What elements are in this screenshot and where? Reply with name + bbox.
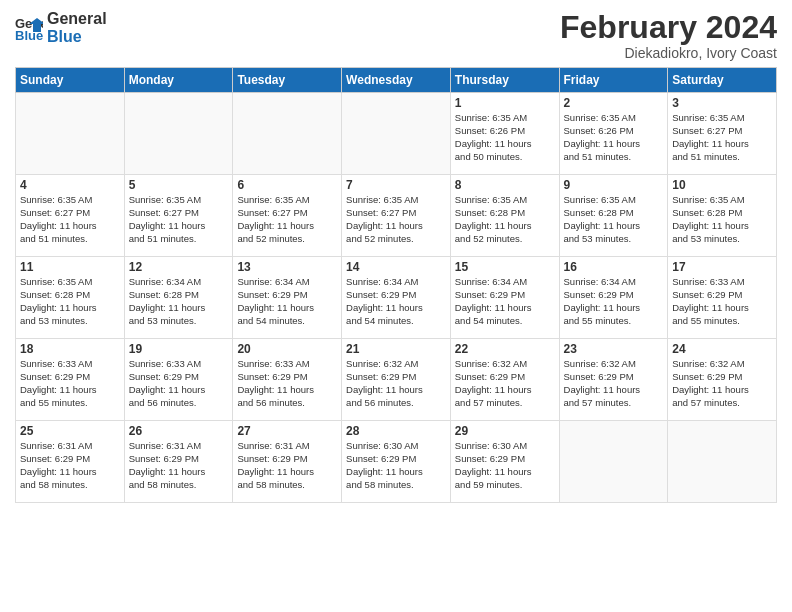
- calendar-day-cell: 16Sunrise: 6:34 AMSunset: 6:29 PMDayligh…: [559, 257, 668, 339]
- weekday-header: Thursday: [450, 68, 559, 93]
- day-number: 29: [455, 424, 555, 438]
- day-info: Sunrise: 6:33 AMSunset: 6:29 PMDaylight:…: [20, 358, 120, 409]
- day-number: 21: [346, 342, 446, 356]
- day-number: 28: [346, 424, 446, 438]
- calendar-day-cell: 24Sunrise: 6:32 AMSunset: 6:29 PMDayligh…: [668, 339, 777, 421]
- day-info: Sunrise: 6:32 AMSunset: 6:29 PMDaylight:…: [672, 358, 772, 409]
- title-area: February 2024 Diekadiokro, Ivory Coast: [560, 10, 777, 61]
- calendar-day-cell: 2Sunrise: 6:35 AMSunset: 6:26 PMDaylight…: [559, 93, 668, 175]
- day-number: 10: [672, 178, 772, 192]
- calendar-day-cell: 19Sunrise: 6:33 AMSunset: 6:29 PMDayligh…: [124, 339, 233, 421]
- day-number: 23: [564, 342, 664, 356]
- day-info: Sunrise: 6:35 AMSunset: 6:27 PMDaylight:…: [20, 194, 120, 245]
- calendar-week-row: 18Sunrise: 6:33 AMSunset: 6:29 PMDayligh…: [16, 339, 777, 421]
- day-info: Sunrise: 6:35 AMSunset: 6:27 PMDaylight:…: [237, 194, 337, 245]
- header: General Blue General Blue February 2024 …: [15, 10, 777, 61]
- location: Diekadiokro, Ivory Coast: [560, 45, 777, 61]
- calendar-day-cell: [668, 421, 777, 503]
- main-container: General Blue General Blue February 2024 …: [0, 0, 792, 612]
- calendar-day-cell: 23Sunrise: 6:32 AMSunset: 6:29 PMDayligh…: [559, 339, 668, 421]
- calendar-day-cell: 4Sunrise: 6:35 AMSunset: 6:27 PMDaylight…: [16, 175, 125, 257]
- day-number: 11: [20, 260, 120, 274]
- day-number: 18: [20, 342, 120, 356]
- calendar-day-cell: 17Sunrise: 6:33 AMSunset: 6:29 PMDayligh…: [668, 257, 777, 339]
- day-number: 5: [129, 178, 229, 192]
- calendar-day-cell: 6Sunrise: 6:35 AMSunset: 6:27 PMDaylight…: [233, 175, 342, 257]
- weekday-header: Tuesday: [233, 68, 342, 93]
- calendar-day-cell: [342, 93, 451, 175]
- calendar-day-cell: 9Sunrise: 6:35 AMSunset: 6:28 PMDaylight…: [559, 175, 668, 257]
- day-info: Sunrise: 6:32 AMSunset: 6:29 PMDaylight:…: [346, 358, 446, 409]
- logo: General Blue General Blue: [15, 10, 107, 45]
- calendar-day-cell: 3Sunrise: 6:35 AMSunset: 6:27 PMDaylight…: [668, 93, 777, 175]
- day-number: 19: [129, 342, 229, 356]
- month-title: February 2024: [560, 10, 777, 45]
- day-info: Sunrise: 6:35 AMSunset: 6:28 PMDaylight:…: [564, 194, 664, 245]
- day-number: 17: [672, 260, 772, 274]
- calendar-day-cell: 29Sunrise: 6:30 AMSunset: 6:29 PMDayligh…: [450, 421, 559, 503]
- day-number: 20: [237, 342, 337, 356]
- weekday-header: Sunday: [16, 68, 125, 93]
- calendar-day-cell: 27Sunrise: 6:31 AMSunset: 6:29 PMDayligh…: [233, 421, 342, 503]
- calendar-day-cell: 26Sunrise: 6:31 AMSunset: 6:29 PMDayligh…: [124, 421, 233, 503]
- day-info: Sunrise: 6:30 AMSunset: 6:29 PMDaylight:…: [346, 440, 446, 491]
- calendar-day-cell: 7Sunrise: 6:35 AMSunset: 6:27 PMDaylight…: [342, 175, 451, 257]
- day-number: 24: [672, 342, 772, 356]
- day-number: 7: [346, 178, 446, 192]
- day-info: Sunrise: 6:31 AMSunset: 6:29 PMDaylight:…: [237, 440, 337, 491]
- day-number: 9: [564, 178, 664, 192]
- calendar-day-cell: 22Sunrise: 6:32 AMSunset: 6:29 PMDayligh…: [450, 339, 559, 421]
- logo-icon: General Blue: [15, 14, 43, 42]
- calendar-day-cell: 18Sunrise: 6:33 AMSunset: 6:29 PMDayligh…: [16, 339, 125, 421]
- day-number: 2: [564, 96, 664, 110]
- weekday-header: Wednesday: [342, 68, 451, 93]
- calendar-day-cell: 28Sunrise: 6:30 AMSunset: 6:29 PMDayligh…: [342, 421, 451, 503]
- weekday-header: Friday: [559, 68, 668, 93]
- day-info: Sunrise: 6:35 AMSunset: 6:28 PMDaylight:…: [20, 276, 120, 327]
- day-number: 14: [346, 260, 446, 274]
- calendar-day-cell: 20Sunrise: 6:33 AMSunset: 6:29 PMDayligh…: [233, 339, 342, 421]
- day-info: Sunrise: 6:35 AMSunset: 6:27 PMDaylight:…: [129, 194, 229, 245]
- weekday-header-row: SundayMondayTuesdayWednesdayThursdayFrid…: [16, 68, 777, 93]
- day-info: Sunrise: 6:33 AMSunset: 6:29 PMDaylight:…: [672, 276, 772, 327]
- day-number: 15: [455, 260, 555, 274]
- day-info: Sunrise: 6:32 AMSunset: 6:29 PMDaylight:…: [455, 358, 555, 409]
- day-number: 4: [20, 178, 120, 192]
- day-number: 13: [237, 260, 337, 274]
- calendar-day-cell: 15Sunrise: 6:34 AMSunset: 6:29 PMDayligh…: [450, 257, 559, 339]
- day-info: Sunrise: 6:35 AMSunset: 6:28 PMDaylight:…: [455, 194, 555, 245]
- weekday-header: Monday: [124, 68, 233, 93]
- calendar-day-cell: [233, 93, 342, 175]
- calendar-day-cell: 13Sunrise: 6:34 AMSunset: 6:29 PMDayligh…: [233, 257, 342, 339]
- day-number: 3: [672, 96, 772, 110]
- day-number: 26: [129, 424, 229, 438]
- day-info: Sunrise: 6:31 AMSunset: 6:29 PMDaylight:…: [20, 440, 120, 491]
- day-number: 27: [237, 424, 337, 438]
- calendar-table: SundayMondayTuesdayWednesdayThursdayFrid…: [15, 67, 777, 503]
- calendar-day-cell: 8Sunrise: 6:35 AMSunset: 6:28 PMDaylight…: [450, 175, 559, 257]
- day-info: Sunrise: 6:30 AMSunset: 6:29 PMDaylight:…: [455, 440, 555, 491]
- day-info: Sunrise: 6:33 AMSunset: 6:29 PMDaylight:…: [129, 358, 229, 409]
- calendar-week-row: 1Sunrise: 6:35 AMSunset: 6:26 PMDaylight…: [16, 93, 777, 175]
- day-info: Sunrise: 6:34 AMSunset: 6:29 PMDaylight:…: [346, 276, 446, 327]
- calendar-day-cell: 21Sunrise: 6:32 AMSunset: 6:29 PMDayligh…: [342, 339, 451, 421]
- calendar-day-cell: 14Sunrise: 6:34 AMSunset: 6:29 PMDayligh…: [342, 257, 451, 339]
- calendar-day-cell: 25Sunrise: 6:31 AMSunset: 6:29 PMDayligh…: [16, 421, 125, 503]
- day-number: 1: [455, 96, 555, 110]
- calendar-day-cell: 1Sunrise: 6:35 AMSunset: 6:26 PMDaylight…: [450, 93, 559, 175]
- day-number: 6: [237, 178, 337, 192]
- day-info: Sunrise: 6:35 AMSunset: 6:27 PMDaylight:…: [346, 194, 446, 245]
- calendar-day-cell: [16, 93, 125, 175]
- day-info: Sunrise: 6:31 AMSunset: 6:29 PMDaylight:…: [129, 440, 229, 491]
- day-number: 16: [564, 260, 664, 274]
- day-info: Sunrise: 6:34 AMSunset: 6:29 PMDaylight:…: [237, 276, 337, 327]
- day-info: Sunrise: 6:33 AMSunset: 6:29 PMDaylight:…: [237, 358, 337, 409]
- calendar-day-cell: 12Sunrise: 6:34 AMSunset: 6:28 PMDayligh…: [124, 257, 233, 339]
- day-number: 25: [20, 424, 120, 438]
- calendar-day-cell: 11Sunrise: 6:35 AMSunset: 6:28 PMDayligh…: [16, 257, 125, 339]
- calendar-week-row: 25Sunrise: 6:31 AMSunset: 6:29 PMDayligh…: [16, 421, 777, 503]
- day-number: 8: [455, 178, 555, 192]
- day-info: Sunrise: 6:32 AMSunset: 6:29 PMDaylight:…: [564, 358, 664, 409]
- day-info: Sunrise: 6:34 AMSunset: 6:29 PMDaylight:…: [455, 276, 555, 327]
- calendar-day-cell: 10Sunrise: 6:35 AMSunset: 6:28 PMDayligh…: [668, 175, 777, 257]
